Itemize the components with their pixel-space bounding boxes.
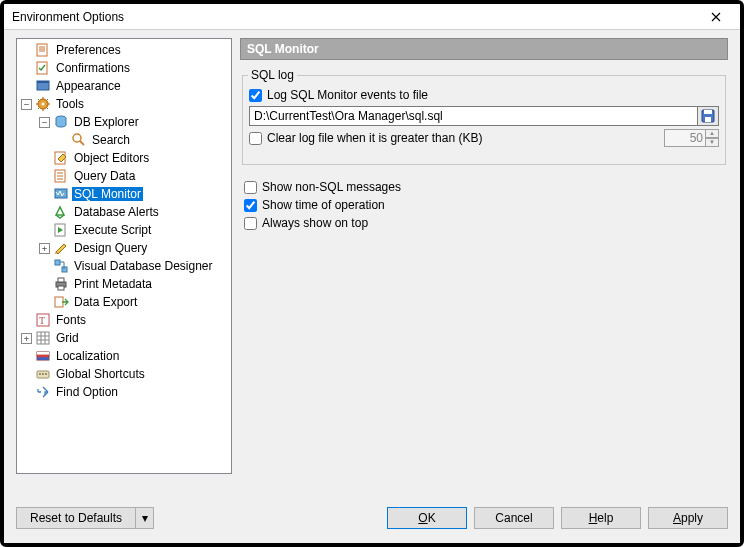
chevron-down-icon: ▾ xyxy=(142,511,148,525)
tree-item-grid[interactable]: +Grid xyxy=(17,329,231,347)
tree-item-appearance[interactable]: Appearance xyxy=(17,77,231,95)
dialog-window: Environment Options Preferences Confirma… xyxy=(0,0,744,547)
object-editors-icon xyxy=(53,150,69,166)
svg-rect-12 xyxy=(55,260,60,265)
window-title: Environment Options xyxy=(12,10,696,24)
shortcuts-icon xyxy=(35,366,51,382)
help-button[interactable]: Help xyxy=(561,507,641,529)
checkbox-show-non-sql[interactable] xyxy=(244,181,257,194)
sql-log-fieldset: Log SQL Monitor events to file Clear log… xyxy=(242,75,726,165)
tree-item-tools[interactable]: −Tools xyxy=(17,95,231,113)
label-log-events: Log SQL Monitor events to file xyxy=(267,88,428,102)
tree-item-db-explorer[interactable]: −DB Explorer xyxy=(17,113,231,131)
tree-item-fonts[interactable]: TFonts xyxy=(17,311,231,329)
content: Preferences Confirmations Appearance −To… xyxy=(4,30,740,543)
settings-panel: SQL Monitor SQL log Log SQL Monitor even… xyxy=(240,38,728,474)
svg-rect-22 xyxy=(37,352,49,355)
extra-options: Show non-SQL messages Show time of opera… xyxy=(244,176,724,234)
tree-panel[interactable]: Preferences Confirmations Appearance −To… xyxy=(16,38,232,474)
cancel-button[interactable]: Cancel xyxy=(474,507,554,529)
apply-button[interactable]: Apply xyxy=(648,507,728,529)
label-show-time: Show time of operation xyxy=(262,198,385,212)
prefs-icon xyxy=(35,42,51,58)
input-log-path[interactable] xyxy=(249,106,698,126)
checkbox-clear-log[interactable] xyxy=(249,132,262,145)
titlebar: Environment Options xyxy=(4,4,740,30)
tree-item-visual-db-designer[interactable]: Visual Database Designer xyxy=(17,257,231,275)
svg-point-5 xyxy=(42,103,45,106)
ok-button[interactable]: OK xyxy=(387,507,467,529)
collapse-icon[interactable]: − xyxy=(21,99,32,110)
svg-rect-30 xyxy=(705,117,711,122)
label-always-top: Always show on top xyxy=(262,216,368,230)
print-icon xyxy=(53,276,69,292)
search-icon xyxy=(71,132,87,148)
reset-button[interactable]: Reset to Defaults xyxy=(16,507,136,529)
panel-header: SQL Monitor xyxy=(240,38,728,60)
tree-item-preferences[interactable]: Preferences xyxy=(17,41,231,59)
spinner-up-icon: ▲ xyxy=(705,129,719,138)
confirm-icon xyxy=(35,60,51,76)
svg-point-7 xyxy=(73,134,81,142)
tree-item-database-alerts[interactable]: Database Alerts xyxy=(17,203,231,221)
nav-tree: Preferences Confirmations Appearance −To… xyxy=(17,41,231,401)
svg-rect-3 xyxy=(37,81,49,83)
db-explorer-icon xyxy=(53,114,69,130)
expand-icon[interactable]: + xyxy=(21,333,32,344)
svg-rect-23 xyxy=(37,357,49,360)
svg-rect-29 xyxy=(704,110,712,114)
export-icon xyxy=(53,294,69,310)
browse-button[interactable] xyxy=(697,106,719,126)
checkbox-log-events[interactable] xyxy=(249,89,262,102)
vdb-icon xyxy=(53,258,69,274)
svg-text:T: T xyxy=(39,315,45,326)
appearance-icon xyxy=(35,78,51,94)
reset-split-button: Reset to Defaults ▾ xyxy=(16,507,154,529)
checkbox-always-top[interactable] xyxy=(244,217,257,230)
tree-item-design-query[interactable]: +Design Query xyxy=(17,239,231,257)
close-icon xyxy=(711,12,721,22)
svg-rect-15 xyxy=(58,278,64,282)
label-clear-log: Clear log file when it is greater than (… xyxy=(267,131,482,145)
alerts-icon xyxy=(53,204,69,220)
label-show-non-sql: Show non-SQL messages xyxy=(262,180,401,194)
tree-item-global-shortcuts[interactable]: Global Shortcuts xyxy=(17,365,231,383)
svg-rect-25 xyxy=(39,373,41,375)
input-kb xyxy=(664,129,706,147)
tree-item-query-data[interactable]: Query Data xyxy=(17,167,231,185)
fonts-icon: T xyxy=(35,312,51,328)
tree-item-localization[interactable]: Localization xyxy=(17,347,231,365)
design-query-icon xyxy=(53,240,69,256)
svg-rect-26 xyxy=(42,373,44,375)
tree-item-object-editors[interactable]: Object Editors xyxy=(17,149,231,167)
kb-spinner: ▲ ▼ xyxy=(705,129,719,147)
tools-icon xyxy=(35,96,51,112)
svg-rect-20 xyxy=(37,332,49,344)
tree-item-search[interactable]: Search xyxy=(17,131,231,149)
tree-item-find-option[interactable]: Find Option xyxy=(17,383,231,401)
collapse-icon[interactable]: − xyxy=(39,117,50,128)
svg-rect-16 xyxy=(58,286,64,290)
fieldset-label: SQL log xyxy=(248,68,297,82)
button-bar: Reset to Defaults ▾ OK Cancel Help Apply xyxy=(4,493,740,543)
svg-rect-17 xyxy=(55,297,63,307)
tree-item-confirmations[interactable]: Confirmations xyxy=(17,59,231,77)
tree-item-print-metadata[interactable]: Print Metadata xyxy=(17,275,231,293)
svg-rect-27 xyxy=(45,373,47,375)
sql-monitor-icon xyxy=(53,186,69,202)
tree-item-data-export[interactable]: Data Export xyxy=(17,293,231,311)
reset-dropdown-button[interactable]: ▾ xyxy=(136,507,154,529)
svg-rect-0 xyxy=(37,44,47,56)
spinner-down-icon: ▼ xyxy=(705,138,719,147)
execute-icon xyxy=(53,222,69,238)
checkbox-show-time[interactable] xyxy=(244,199,257,212)
close-button[interactable] xyxy=(696,7,736,27)
localization-icon xyxy=(35,348,51,364)
save-icon xyxy=(701,109,715,123)
tree-item-execute-script[interactable]: Execute Script xyxy=(17,221,231,239)
tree-item-sql-monitor[interactable]: SQL Monitor xyxy=(17,185,231,203)
expand-icon[interactable]: + xyxy=(39,243,50,254)
grid-icon xyxy=(35,330,51,346)
find-icon xyxy=(35,384,51,400)
query-data-icon xyxy=(53,168,69,184)
